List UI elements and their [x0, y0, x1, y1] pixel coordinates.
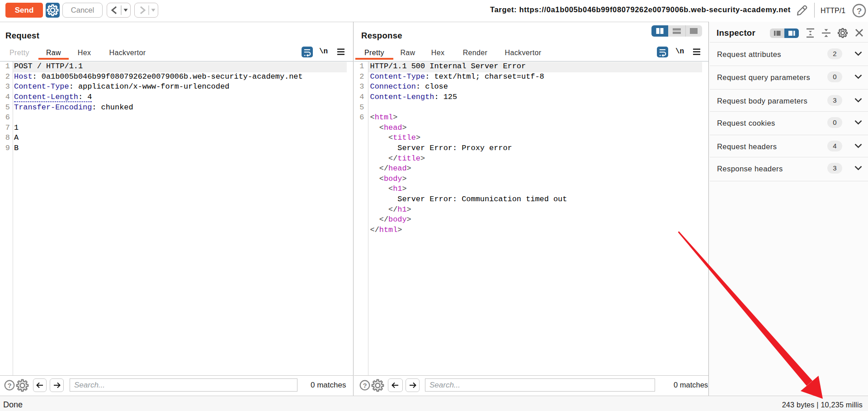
- svg-text:?: ?: [857, 6, 862, 16]
- svg-text:?: ?: [363, 382, 367, 389]
- svg-text:?: ?: [7, 382, 11, 389]
